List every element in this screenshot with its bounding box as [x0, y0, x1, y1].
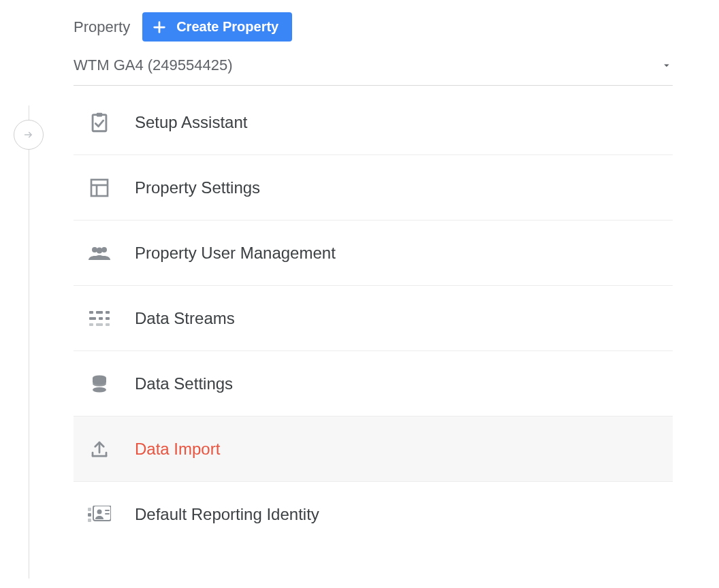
- svg-point-9: [97, 247, 103, 253]
- svg-point-26: [97, 510, 102, 514]
- svg-rect-3: [97, 112, 103, 116]
- svg-rect-28: [105, 513, 110, 514]
- nav-item-label: Property Settings: [135, 178, 260, 197]
- users-icon: [86, 240, 113, 267]
- svg-rect-23: [88, 513, 91, 517]
- svg-rect-24: [88, 519, 91, 522]
- svg-rect-11: [96, 311, 103, 314]
- svg-rect-13: [89, 317, 96, 320]
- svg-rect-22: [88, 508, 91, 511]
- property-selector[interactable]: WTM GA4 (249554425): [74, 56, 673, 86]
- svg-rect-14: [99, 317, 103, 320]
- svg-point-20: [93, 381, 106, 387]
- chevron-down-icon: [660, 59, 673, 71]
- nav-item-label: Setup Assistant: [135, 113, 247, 132]
- svg-rect-15: [106, 317, 110, 320]
- svg-rect-12: [106, 311, 110, 314]
- nav-item-label: Data Settings: [135, 374, 233, 393]
- svg-rect-17: [96, 323, 103, 326]
- property-panel: Property Create Property WTM GA4 (249554…: [74, 12, 673, 547]
- property-header: Property Create Property: [74, 12, 673, 42]
- nav-item-property-user-management[interactable]: Property User Management: [74, 220, 673, 286]
- plus-icon: [152, 20, 167, 35]
- nav-item-label: Data Import: [135, 440, 220, 459]
- arrow-right-icon: [22, 129, 35, 141]
- selected-property-name: WTM GA4 (249554425): [74, 56, 233, 74]
- property-nav-list: Setup Assistant Property Settings Proper…: [74, 90, 673, 547]
- svg-rect-18: [106, 323, 110, 326]
- grid-icon: [86, 174, 113, 201]
- expand-rail-button[interactable]: [14, 120, 44, 150]
- database-icon: [86, 370, 113, 397]
- left-rail-line: [29, 105, 29, 578]
- nav-item-default-reporting-identity[interactable]: Default Reporting Identity: [74, 482, 673, 547]
- nav-item-data-import[interactable]: Data Import: [74, 416, 673, 482]
- svg-point-21: [93, 387, 106, 393]
- svg-rect-4: [91, 180, 108, 196]
- create-property-label: Create Property: [176, 19, 278, 35]
- nav-item-data-settings[interactable]: Data Settings: [74, 351, 673, 416]
- svg-rect-10: [89, 311, 93, 314]
- upload-icon: [86, 436, 113, 463]
- identity-icon: [86, 501, 113, 528]
- nav-item-setup-assistant[interactable]: Setup Assistant: [74, 90, 673, 155]
- create-property-button[interactable]: Create Property: [142, 12, 292, 42]
- clipboard-check-icon: [86, 109, 113, 136]
- nav-item-label: Property User Management: [135, 244, 336, 263]
- svg-rect-2: [93, 114, 106, 131]
- svg-rect-16: [89, 323, 93, 326]
- nav-item-data-streams[interactable]: Data Streams: [74, 286, 673, 351]
- nav-item-property-settings[interactable]: Property Settings: [74, 155, 673, 220]
- flow-icon: [86, 305, 113, 332]
- svg-rect-27: [105, 510, 110, 511]
- nav-item-label: Data Streams: [135, 309, 235, 328]
- property-section-label: Property: [74, 18, 130, 36]
- nav-item-label: Default Reporting Identity: [135, 505, 319, 524]
